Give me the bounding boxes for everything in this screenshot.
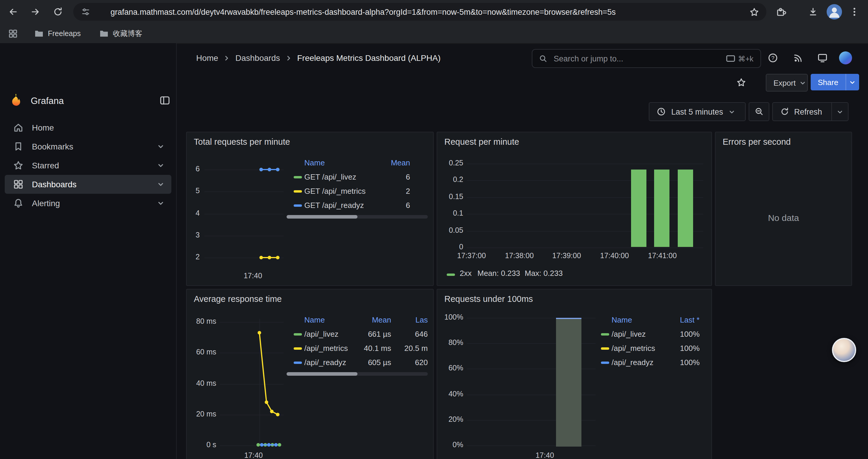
chart-requests-under-100ms: 100%80%60%40%20%0%17:40NameLast */api/_l… — [437, 290, 711, 459]
export-label: Export — [773, 78, 796, 87]
chevron-down-icon — [837, 108, 843, 115]
svg-text:?: ? — [771, 55, 775, 61]
export-button[interactable]: Export — [766, 74, 808, 92]
bookmark-item-freeleaps[interactable]: Freeleaps — [31, 27, 84, 41]
panel-left-icon — [159, 95, 170, 106]
url-text[interactable]: grafana.mathmast.com/d/deytv4rwavabkb/fr… — [111, 7, 749, 16]
legend-row: GET /api/_readyz6 — [286, 198, 428, 213]
time-range-picker[interactable]: Last 5 minutes — [649, 102, 746, 121]
sidebar-item-home[interactable]: Home — [5, 118, 172, 137]
legend-mean-value: Mean: 0.233 — [477, 269, 520, 277]
home-icon — [13, 122, 24, 133]
sidebar-item-starred[interactable]: Starred — [5, 156, 172, 175]
series-color-swatch — [601, 333, 609, 335]
share-label[interactable]: Share — [811, 74, 845, 90]
y-axis-tick-label: 0.1 — [437, 209, 463, 218]
panel-total-requests: 6543217:40NameMeanGET /api/_livez6GET /a… — [186, 132, 434, 286]
reload-icon — [53, 6, 63, 17]
grid-line — [467, 164, 703, 164]
breadcrumb-current: Freeleaps Metrics Dashboard (ALPHA) — [297, 53, 441, 63]
share-menu-button[interactable] — [845, 74, 859, 90]
help-button[interactable]: ? — [765, 50, 781, 66]
apps-grid-button[interactable] — [5, 25, 21, 42]
legend-scrollbar[interactable] — [286, 372, 428, 376]
legend-table: NameMeanLas/api/_livez661 µs646/api/_met… — [286, 313, 428, 370]
star-icon — [736, 77, 746, 87]
legend-header-row: NameMean — [286, 156, 428, 170]
panel-requests-under-100ms: 100%80%60%40%20%0%17:40NameLast */api/_l… — [437, 289, 712, 459]
search-icon — [539, 54, 548, 63]
y-axis-tick-label: 0 — [437, 243, 463, 251]
legend-value: 100% — [664, 344, 700, 353]
share-button[interactable]: Share — [811, 74, 859, 90]
extensions-button[interactable] — [773, 4, 789, 20]
panel-average-response-time: 80 ms60 ms40 ms20 ms0 s17:40NameMeanLas/… — [186, 289, 434, 459]
legend-header-row: NameMeanLas — [286, 313, 428, 327]
refresh-button[interactable]: Refresh — [772, 102, 848, 121]
search-placeholder: Search or jump to... — [554, 54, 726, 63]
chat-widget-avatar[interactable] — [832, 338, 856, 362]
back-button[interactable] — [5, 4, 21, 20]
bookmark-icon — [13, 141, 24, 152]
panel-title[interactable]: Average response time — [194, 294, 282, 304]
breadcrumb-home[interactable]: Home — [196, 53, 218, 63]
sidebar-toggle[interactable] — [159, 95, 170, 106]
sidebar-item-dashboards[interactable]: Dashboards — [5, 175, 172, 194]
panel-title[interactable]: Request per minute — [444, 137, 519, 146]
grafana-logo[interactable] — [9, 93, 23, 107]
zoom-out-button[interactable] — [749, 102, 769, 121]
chevron-down-icon[interactable] — [157, 143, 164, 150]
chevron-down-icon[interactable] — [157, 162, 164, 169]
reload-button[interactable] — [50, 4, 66, 20]
chart-requests-per-minute: 0.250.20.150.10.05017:37:0017:38:0017:39… — [437, 132, 711, 285]
site-settings-icon[interactable] — [81, 7, 90, 17]
panel-errors-per-second: Errors per second No data — [715, 132, 852, 286]
refresh-interval-button[interactable] — [831, 103, 848, 121]
downloads-button[interactable] — [805, 4, 821, 20]
grid-icon — [8, 29, 18, 38]
chart-total-requests: 6543217:40NameMeanGET /api/_livez6GET /a… — [187, 132, 433, 285]
legend-column-header[interactable]: Mean — [357, 316, 391, 324]
bar — [654, 169, 670, 247]
user-avatar[interactable] — [839, 52, 852, 64]
browser-menu-button[interactable] — [846, 4, 863, 20]
kiosk-mode-button[interactable] — [814, 50, 831, 66]
sidebar-item-bookmarks[interactable]: Bookmarks — [5, 137, 172, 156]
y-axis-tick-label: 20% — [437, 415, 463, 424]
profile-button[interactable] — [827, 4, 842, 20]
browser-window: grafana.mathmast.com/d/deytv4rwavabkb/fr… — [0, 0, 868, 459]
forward-icon — [30, 6, 41, 17]
url-bar[interactable]: grafana.mathmast.com/d/deytv4rwavabkb/fr… — [73, 3, 766, 21]
x-axis-tick-label: 17:40 — [527, 451, 562, 459]
chevron-down-icon[interactable] — [157, 181, 164, 188]
panel-title[interactable]: Requests under 100ms — [444, 294, 533, 304]
chevron-down-icon[interactable] — [157, 200, 164, 207]
bookmark-star-icon[interactable] — [749, 7, 759, 17]
sidebar-item-label: Starred — [32, 161, 59, 170]
search-input[interactable]: Search or jump to... ⌘+k — [532, 49, 761, 68]
legend-column-header[interactable]: Las — [399, 316, 428, 324]
zoom-out-icon — [754, 107, 764, 117]
sidebar-item-alerting[interactable]: Alerting — [5, 194, 172, 213]
legend-scrollbar-thumb[interactable] — [286, 215, 358, 219]
legend-row: /api/_livez100% — [598, 327, 701, 341]
dashboards-grid-icon — [13, 179, 24, 190]
breadcrumb-dashboards[interactable]: Dashboards — [236, 53, 280, 63]
bell-icon — [13, 198, 24, 208]
legend-scrollbar[interactable] — [286, 215, 428, 219]
bookmarks-bar: Freeleaps 收藏博客 — [0, 24, 868, 44]
legend-column-header[interactable]: Last * — [664, 316, 700, 324]
legend-series-name[interactable]: 2xx — [460, 269, 471, 277]
panel-title[interactable]: Total requests per minute — [194, 137, 290, 146]
profile-avatar-icon — [827, 4, 842, 20]
legend-value: 605 µs — [357, 358, 391, 367]
bookmark-item-blogs[interactable]: 收藏博客 — [96, 27, 146, 41]
news-button[interactable] — [790, 50, 807, 66]
refresh-icon — [780, 107, 789, 117]
panel-title[interactable]: Errors per second — [723, 137, 791, 146]
legend-column-header[interactable]: Mean — [375, 158, 410, 167]
legend-scrollbar-thumb[interactable] — [286, 372, 358, 376]
brand-name[interactable]: Grafana — [31, 96, 64, 106]
favorite-dashboard-button[interactable] — [733, 74, 749, 90]
forward-button[interactable] — [27, 4, 44, 20]
